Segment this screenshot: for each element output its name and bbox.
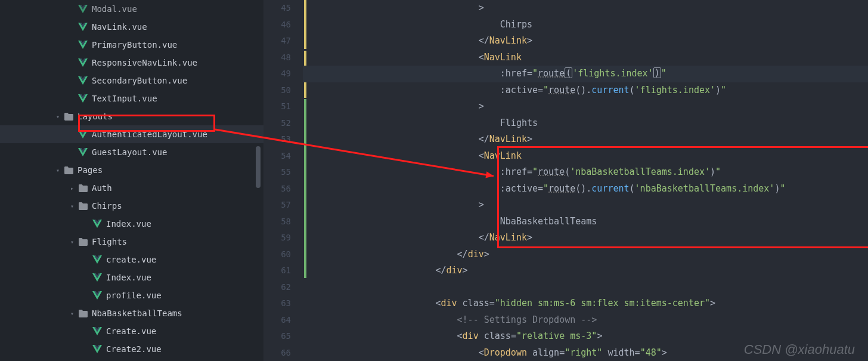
line-number: 50 (264, 82, 291, 99)
chevron-down-icon[interactable]: ▾ (68, 203, 76, 209)
code-line[interactable]: </div> (360, 246, 785, 263)
tree-item-label: NavLink.vue (92, 22, 147, 32)
code-editor[interactable]: 4546474849505152535455565758596061626364… (264, 0, 868, 361)
tree-file[interactable]: PrimaryButton.vue (0, 36, 264, 54)
folder-icon (78, 238, 88, 246)
tree-folder[interactable]: ▾NbaBasketballTeams (0, 304, 264, 322)
line-number: 62 (264, 279, 291, 296)
line-number: 58 (264, 214, 291, 230)
chevron-down-icon[interactable]: ▾ (54, 167, 62, 174)
line-number: 54 (264, 148, 291, 165)
code-line[interactable]: </NavLink> (360, 230, 785, 246)
folder-icon (63, 166, 74, 174)
tree-folder[interactable]: ▾Chirps (0, 197, 264, 215)
tree-item-label: Auth (92, 183, 112, 193)
line-number: 53 (264, 131, 291, 148)
tree-item-label: AuthenticatedLayout.vue (92, 129, 207, 139)
tree-item-label: Pages (78, 165, 103, 175)
tree-file[interactable]: profile.vue (0, 286, 264, 304)
code-line[interactable]: > (360, 197, 785, 214)
tree-file[interactable]: create.vue (0, 251, 264, 269)
file-tree-sidebar: Modal.vueNavLink.vuePrimaryButton.vueRes… (0, 0, 264, 361)
tree-file[interactable]: AuthenticatedLayout.vue (0, 125, 264, 143)
tree-file[interactable]: NavLink.vue (0, 18, 264, 36)
vue-file-icon (92, 273, 103, 282)
code-line[interactable]: </NavLink> (360, 33, 785, 50)
code-line[interactable]: :active="route().current('flights.index'… (360, 82, 785, 99)
code-line[interactable] (360, 279, 785, 296)
code-line[interactable]: <NavLink (360, 50, 785, 66)
tree-file[interactable]: Index.vue (0, 358, 264, 361)
tree-file[interactable]: ResponsiveNavLink.vue (0, 54, 264, 72)
code-content[interactable]: > Chirps </NavLink> <NavLink :href="rout… (303, 0, 785, 361)
file-tree[interactable]: Modal.vueNavLink.vuePrimaryButton.vueRes… (0, 0, 264, 361)
line-number: 49 (264, 66, 291, 82)
chevron-down-icon[interactable]: ▾ (54, 113, 62, 120)
tree-item-label: Chirps (92, 201, 122, 211)
vue-file-icon (78, 130, 88, 138)
tree-file[interactable]: Index.vue (0, 215, 264, 233)
tree-item-label: profile.vue (106, 291, 162, 300)
code-line[interactable]: <div class="hidden sm:ms-6 sm:flex sm:it… (360, 295, 785, 312)
code-line[interactable]: > (360, 98, 785, 115)
code-line[interactable]: Chirps (360, 17, 785, 33)
line-number: 57 (264, 197, 291, 214)
line-number: 52 (264, 115, 291, 132)
tree-folder[interactable]: ▾Pages (0, 161, 264, 179)
chevron-down-icon[interactable]: ▾ (68, 239, 76, 245)
code-line[interactable]: :active="route().current('nbaBasketballT… (360, 181, 785, 198)
vue-file-icon (92, 255, 103, 264)
tree-file[interactable]: GuestLayout.vue (0, 143, 264, 161)
vue-file-icon (78, 58, 88, 67)
code-line[interactable]: :href="route('nbaBasketballTeams.index')… (360, 164, 785, 181)
tree-item-label: Create.vue (106, 326, 156, 336)
tree-item-label: GuestLayout.vue (92, 147, 167, 157)
line-number: 45 (264, 0, 291, 17)
tree-item-label: SecondaryButton.vue (92, 76, 187, 85)
chevron-down-icon[interactable]: ▾ (68, 310, 76, 317)
line-number: 51 (264, 98, 291, 115)
tree-item-label: create.vue (106, 255, 156, 264)
tree-item-label: NbaBasketballTeams (92, 308, 182, 318)
tree-folder[interactable]: ▸Auth (0, 179, 264, 197)
line-number: 65 (264, 328, 291, 345)
tree-folder[interactable]: ▾Flights (0, 233, 264, 251)
vue-file-icon (78, 94, 88, 103)
tree-item-label: Index.vue (106, 273, 151, 282)
sidebar-scrollbar-thumb[interactable] (256, 146, 261, 188)
tree-file[interactable]: Create.vue (0, 322, 264, 340)
vue-file-icon (78, 41, 88, 49)
vue-file-icon (92, 345, 103, 353)
code-line[interactable]: </div> (360, 263, 785, 279)
line-number: 61 (264, 263, 291, 279)
line-number: 56 (264, 181, 291, 198)
vue-file-icon (92, 291, 103, 300)
code-line[interactable]: <!-- Settings Dropdown --> (360, 312, 785, 329)
code-line[interactable]: <Dropdown align="right" width="48"> (360, 345, 785, 362)
tree-item-label: Create2.vue (106, 344, 162, 354)
tree-item-label: PrimaryButton.vue (92, 40, 177, 50)
code-line[interactable]: NbaBasketballTeams (360, 214, 785, 230)
vue-file-icon (78, 5, 88, 13)
folder-icon (78, 184, 88, 192)
vue-file-icon (78, 76, 88, 85)
code-line[interactable]: </NavLink> (360, 131, 785, 148)
tree-file[interactable]: Index.vue (0, 269, 264, 286)
tree-item-label: ResponsiveNavLink.vue (92, 58, 197, 67)
folder-icon (78, 310, 88, 317)
chevron-right-icon[interactable]: ▸ (68, 185, 76, 192)
code-line[interactable]: <div class="relative ms-3"> (360, 328, 785, 345)
app-root: Modal.vueNavLink.vuePrimaryButton.vueRes… (0, 0, 868, 361)
tree-file[interactable]: Modal.vue (0, 0, 264, 18)
tree-item-label: Index.vue (106, 219, 151, 229)
tree-file[interactable]: Create2.vue (0, 340, 264, 358)
tree-file[interactable]: TextInput.vue (0, 90, 264, 107)
code-line[interactable]: <NavLink (360, 148, 785, 165)
code-line[interactable]: :href="route('flights.index')" (303, 66, 868, 82)
tree-item-label: Flights (92, 237, 127, 246)
tree-folder[interactable]: ▾Layouts (0, 107, 264, 125)
code-line[interactable]: > (360, 0, 785, 17)
tree-file[interactable]: SecondaryButton.vue (0, 72, 264, 90)
code-line[interactable]: Flights (360, 115, 785, 132)
vue-file-icon (92, 220, 103, 228)
